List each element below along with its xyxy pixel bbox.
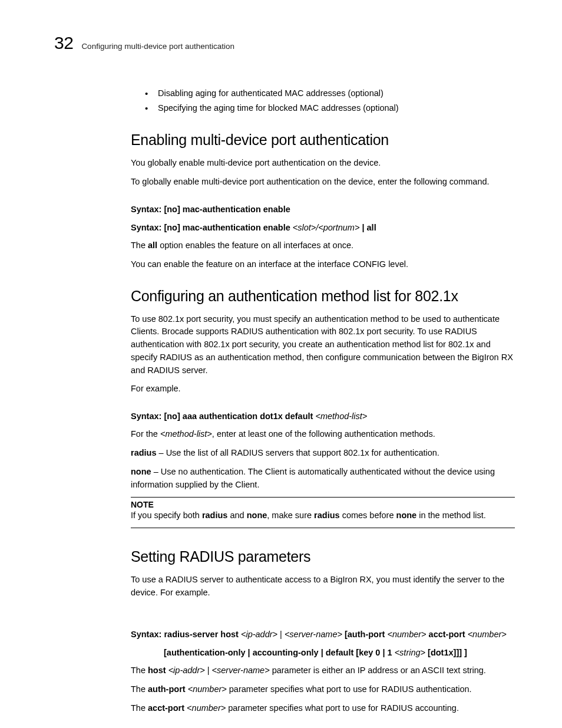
syntax-body: [no] aaa authentication dot1x default [161,411,315,421]
syntax-line: [authentication-only | accounting-only |… [131,646,515,660]
text: option enables the feature on all interf… [157,241,353,250]
keyword: none [396,510,417,520]
syntax-body: [no] mac-authentication enable [161,205,290,214]
text: The [131,703,148,713]
variable: <method-list> [160,429,212,439]
intro-bullets: Disabling aging for authenticated MAC ad… [145,86,515,115]
paragraph: For the <method-list>, enter at least on… [131,428,515,441]
paragraph: You can enable the feature on an interfa… [131,258,515,271]
paragraph: radius – Use the list of all RADIUS serv… [131,447,515,460]
section-heading-configuring: Configuring an authentication method lis… [131,288,515,305]
keyword: host [148,666,166,675]
text: – Use the list of all RADIUS servers tha… [157,448,439,457]
text: parameter specifies what port to use for… [226,703,459,713]
syntax-block: Syntax: [no] aaa authentication dot1x de… [131,410,515,423]
syntax-block: Syntax: radius-server host <ip-addr> | <… [131,628,515,660]
syntax-line: Syntax: [no] mac-authentication enable <… [131,221,515,235]
text: acct-port [427,630,468,639]
syntax-var: <method-list> [315,411,367,421]
paragraph: The auth-port <number> parameter specifi… [131,683,515,696]
variable: <ip-addr> [241,630,277,639]
syntax-line: Syntax: [no] aaa authentication dot1x de… [131,410,515,423]
variable: <string> [395,648,425,657]
running-header: 32 Configuring multi-device port authent… [54,33,515,53]
text: , make sure [267,510,314,520]
paragraph: To globally enable multi-device port aut… [131,176,515,189]
keyword: radius [202,510,228,520]
list-item: Specifying the aging time for blocked MA… [145,101,515,116]
syntax-var: <slot>/<portnum> [293,223,360,232]
keyword: radius [131,448,157,457]
syntax-tail: | all [359,223,376,232]
text: radius-server host [161,630,241,639]
text: parameter is either an IP address or an … [270,666,486,675]
paragraph: The acct-port <number> parameter specifi… [131,702,515,715]
syntax-line: Syntax: radius-server host <ip-addr> | <… [131,628,515,641]
note-rule [131,497,515,498]
content-column: Disabling aging for authenticated MAC ad… [131,86,515,714]
variable: <server-name> [212,666,270,675]
paragraph: For example. [131,383,515,396]
keyword: acct-port [148,703,184,713]
text: [dot1x]]] ] [425,648,467,657]
variable: <number> [468,630,507,639]
keyword: none [247,510,267,520]
syntax-body: [no] mac-authentication enable [161,223,292,232]
text: [authentication-only | accounting-only |… [164,648,395,657]
paragraph: You globally enable multi-device port au… [131,157,515,170]
syntax-block: Syntax: [no] mac-authentication enable S… [131,203,515,235]
text: parameter specifies what port to use for… [227,684,472,694]
syntax-label: Syntax: [131,223,161,232]
paragraph: none – Use no authentication. The Client… [131,466,515,492]
paragraph: The all option enables the feature on al… [131,239,515,252]
text: | [277,630,285,639]
text: The [131,241,148,250]
page: 32 Configuring multi-device port authent… [0,0,562,728]
text: , enter at least one of the following au… [212,429,435,439]
section-heading-radius: Setting RADIUS parameters [131,548,515,565]
text: and [227,510,246,520]
text: in the method list. [416,510,486,520]
text: If you specify both [131,510,202,520]
text: [auth-port [342,630,388,639]
syntax-label: Syntax: [131,630,161,639]
note-text: If you specify both radius and none, mak… [131,509,515,522]
syntax-label: Syntax: [131,205,161,214]
text: comes before [340,510,396,520]
text: For the [131,429,160,439]
syntax-line: Syntax: [no] mac-authentication enable [131,203,515,216]
section-heading-enabling: Enabling multi-device port authenticatio… [131,131,515,149]
paragraph: The host <ip-addr> | <server-name> param… [131,664,515,677]
text: The [131,666,148,675]
keyword: auth-port [148,684,186,694]
keyword: all [148,241,157,250]
syntax-label: Syntax: [131,411,161,421]
header-title: Configuring multi-device port authentica… [81,42,234,51]
note-label: NOTE [131,500,515,509]
paragraph: To use 802.1x port security, you must sp… [131,313,515,377]
variable: <server-name> [285,630,342,639]
variable: <number> [188,684,227,694]
page-number: 32 [54,33,73,53]
text: – Use no authentication. The Client is a… [131,467,495,489]
keyword: none [131,467,151,476]
text: The [131,684,148,694]
variable: <ip-addr> [168,666,205,675]
keyword: radius [314,510,340,520]
variable: <number> [387,630,426,639]
paragraph: To use a RADIUS server to authenticate a… [131,574,515,599]
text: | [205,666,212,675]
variable: <number> [187,703,226,713]
note-rule [131,528,515,528]
list-item: Disabling aging for authenticated MAC ad… [145,86,515,101]
